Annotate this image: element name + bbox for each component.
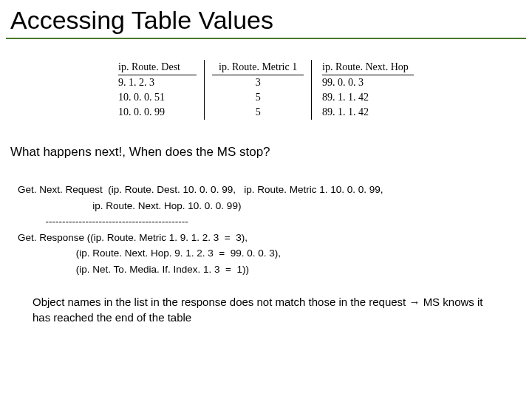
question-line: What happens next!, When does the MS sto…: [10, 145, 522, 160]
route-table: ip. Route. Dest 9. 1. 2. 3 10. 0. 0. 51 …: [111, 60, 421, 120]
table-cell: 9. 1. 2. 3: [118, 75, 197, 90]
hdr-metric: ip. Route. Metric 1: [212, 60, 304, 75]
code-block: Get. Next. Request (ip. Route. Dest. 10.…: [18, 182, 514, 278]
page-title: Accessing Table Values: [10, 6, 522, 35]
footer-note: Object names in the list in the response…: [33, 294, 502, 325]
col-nexthop: ip. Route. Next. Hop 99. 0. 0. 3 89. 1. …: [312, 60, 421, 120]
table-cell: 10. 0. 0. 51: [118, 90, 197, 105]
table-cell: 5: [212, 90, 304, 105]
table-cell: 3: [212, 75, 304, 90]
title-bar: Accessing Table Values: [6, 0, 526, 39]
hdr-nexthop: ip. Route. Next. Hop: [322, 60, 414, 75]
col-dest: ip. Route. Dest 9. 1. 2. 3 10. 0. 0. 51 …: [111, 60, 205, 120]
table-cell: 89. 1. 1. 42: [322, 90, 414, 105]
table-cell: 89. 1. 1. 42: [322, 105, 414, 120]
table-cell: 10. 0. 0. 99: [118, 105, 197, 120]
hdr-dest: ip. Route. Dest: [118, 60, 197, 75]
table-cell: 99. 0. 0. 3: [322, 75, 414, 90]
col-metric: ip. Route. Metric 1 3 5 5: [205, 60, 312, 120]
table-cell: 5: [212, 105, 304, 120]
